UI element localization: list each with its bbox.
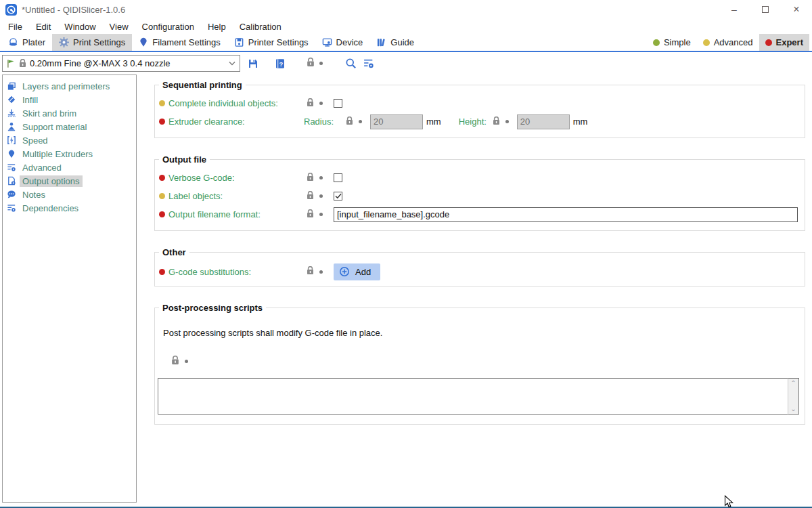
scroll-down-icon[interactable]: ⌄ bbox=[790, 406, 796, 412]
simple-mode-dot-icon bbox=[653, 39, 660, 46]
compare-settings-button[interactable] bbox=[362, 58, 374, 70]
lock-icon bbox=[493, 117, 500, 125]
menu-file[interactable]: File bbox=[1, 22, 29, 32]
lock-button[interactable] bbox=[346, 117, 353, 127]
search-button[interactable] bbox=[344, 58, 357, 70]
tab-print-settings[interactable]: Print Settings bbox=[52, 34, 132, 51]
sidebar-item-speed[interactable]: Speed bbox=[3, 133, 136, 147]
mouse-cursor bbox=[724, 495, 734, 508]
radius-label: Radius: bbox=[304, 117, 346, 127]
app-logo-icon bbox=[5, 4, 17, 16]
revert-dot-icon[interactable] bbox=[319, 102, 323, 105]
dependencies-gear-list-icon bbox=[7, 203, 16, 213]
layers-icon bbox=[7, 81, 16, 91]
tab-printer-settings[interactable]: Printer Settings bbox=[227, 34, 315, 51]
section-sequential-printing: Sequential printing Complete individual … bbox=[154, 80, 805, 138]
sidebar-item-dependencies[interactable]: Dependencies bbox=[3, 201, 136, 215]
menu-calibration[interactable]: Calibration bbox=[233, 22, 288, 32]
titlebar: *Untitled - QIDISlicer-1.0.6 – × bbox=[0, 0, 812, 19]
lock-icon bbox=[307, 58, 315, 67]
textarea-scrollbar[interactable]: ⌃ ⌄ bbox=[788, 378, 799, 415]
minimize-button[interactable]: – bbox=[719, 0, 750, 19]
sidebar-item-notes[interactable]: Notes bbox=[3, 188, 136, 201]
mode-bullet-icon bbox=[159, 175, 165, 181]
section-title: Post-processing scripts bbox=[159, 303, 266, 313]
tab-plater[interactable]: Plater bbox=[1, 34, 52, 51]
lock-icon bbox=[307, 191, 314, 200]
filament-icon bbox=[139, 37, 148, 47]
tab-device[interactable]: Device bbox=[315, 34, 370, 51]
menu-help[interactable]: Help bbox=[201, 22, 233, 32]
mode-bullet-icon bbox=[159, 211, 165, 217]
sidebar-item-multiple-extruders[interactable]: Multiple Extruders bbox=[3, 147, 136, 161]
lock-button[interactable] bbox=[493, 117, 500, 127]
save-preset-button[interactable] bbox=[247, 58, 259, 70]
lock-button[interactable] bbox=[307, 209, 314, 220]
sidebar-item-output-options[interactable]: Output options bbox=[3, 174, 136, 188]
radius-unit: mm bbox=[426, 117, 441, 127]
mode-bullet-icon bbox=[159, 100, 165, 106]
maximize-button[interactable] bbox=[750, 0, 781, 19]
label-objects-checkbox[interactable] bbox=[334, 192, 342, 200]
post-processing-script-field: ⌃ ⌄ bbox=[158, 378, 799, 415]
radius-input[interactable] bbox=[370, 114, 423, 129]
revert-dot-icon[interactable] bbox=[505, 120, 509, 123]
revert-dot-icon[interactable] bbox=[359, 120, 362, 123]
plus-circle-icon bbox=[339, 266, 350, 277]
sidebar-item-infill[interactable]: Infill bbox=[3, 93, 136, 106]
lock-all-button[interactable] bbox=[307, 58, 315, 69]
sidebar-item-advanced[interactable]: Advanced bbox=[3, 161, 136, 174]
lock-button[interactable] bbox=[307, 266, 314, 277]
menu-configuration[interactable]: Configuration bbox=[135, 22, 201, 32]
menu-view[interactable]: View bbox=[103, 22, 135, 32]
svg-text:?: ? bbox=[279, 60, 283, 67]
lock-icon bbox=[307, 209, 314, 218]
sidebar-item-skirt-and-brim[interactable]: Skirt and brim bbox=[3, 106, 136, 120]
lock-button[interactable] bbox=[307, 191, 314, 202]
verbose-gcode-checkbox[interactable] bbox=[334, 173, 342, 182]
sidebar-item-layers-and-perimeters[interactable]: Layers and perimeters bbox=[3, 79, 136, 93]
tabbar: Plater Print Settings Filament Settings … bbox=[0, 34, 812, 52]
menu-window[interactable]: Window bbox=[58, 22, 102, 32]
lock-button[interactable] bbox=[307, 173, 314, 184]
revert-dot-icon[interactable] bbox=[319, 176, 323, 179]
add-substitution-button[interactable]: Add bbox=[334, 263, 380, 280]
revert-all-dot-icon[interactable] bbox=[319, 62, 323, 65]
output-filename-input[interactable] bbox=[334, 207, 798, 222]
preset-name: 0.20mm Fine @X-MAX 3 0.4 nozzle bbox=[30, 58, 225, 68]
complete-objects-checkbox[interactable] bbox=[334, 99, 342, 108]
mode-advanced[interactable]: Advanced bbox=[697, 34, 759, 51]
section-output-file: Output file Verbose G-code: Lab bbox=[154, 154, 805, 231]
plater-icon bbox=[8, 37, 18, 47]
options-panel: Sequential printing Complete individual … bbox=[154, 75, 805, 504]
close-button[interactable]: × bbox=[781, 0, 812, 19]
revert-dot-icon[interactable] bbox=[185, 360, 188, 363]
option-row-output-filename-format: Output filename format: bbox=[158, 205, 799, 224]
lock-icon bbox=[19, 59, 26, 68]
option-row-gcode-substitutions: G-code substitutions: Add bbox=[158, 261, 799, 282]
revert-dot-icon[interactable] bbox=[319, 270, 323, 274]
app-window: *Untitled - QIDISlicer-1.0.6 – × File Ed… bbox=[0, 0, 812, 508]
menu-edit[interactable]: Edit bbox=[29, 22, 58, 32]
mode-simple[interactable]: Simple bbox=[647, 34, 697, 51]
height-input[interactable] bbox=[517, 114, 570, 129]
sidebar-item-support-material[interactable]: Support material bbox=[3, 120, 136, 133]
revert-dot-icon[interactable] bbox=[319, 213, 323, 216]
mode-expert[interactable]: Expert bbox=[759, 34, 809, 51]
tab-filament-settings[interactable]: Filament Settings bbox=[132, 34, 227, 51]
preset-dropdown[interactable]: 0.20mm Fine @X-MAX 3 0.4 nozzle bbox=[2, 55, 240, 72]
revert-dot-icon[interactable] bbox=[319, 194, 323, 198]
advanced-mode-dot-icon bbox=[703, 39, 710, 46]
lock-button[interactable] bbox=[307, 98, 314, 109]
lock-button[interactable] bbox=[171, 356, 179, 367]
chevron-down-icon bbox=[229, 61, 235, 66]
help-button[interactable]: ? bbox=[274, 58, 286, 70]
lock-icon bbox=[307, 266, 314, 275]
tab-guide[interactable]: Guide bbox=[369, 34, 421, 51]
mode-switcher: Simple Advanced Expert bbox=[647, 34, 812, 51]
mode-bullet-icon bbox=[159, 119, 165, 125]
post-processing-script-textarea[interactable] bbox=[158, 378, 788, 415]
scroll-up-icon[interactable]: ⌃ bbox=[790, 380, 796, 387]
section-other: Other G-code substitutions: Add bbox=[154, 247, 805, 287]
post-processing-info-text: Post processing scripts shall modify G-c… bbox=[163, 328, 799, 338]
